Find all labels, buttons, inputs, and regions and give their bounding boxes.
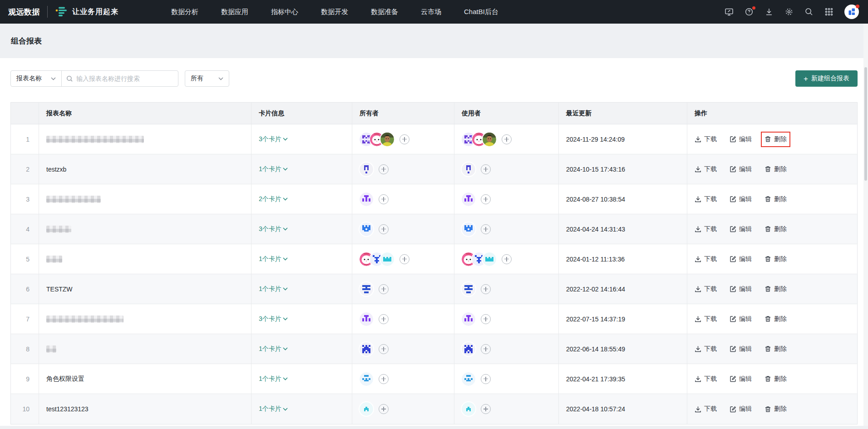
add-user-button[interactable] bbox=[481, 404, 491, 414]
scrollbar-thumb[interactable] bbox=[864, 67, 867, 181]
download-button[interactable]: 下载 bbox=[695, 195, 717, 203]
add-owner-button[interactable] bbox=[379, 314, 389, 324]
avatar-a6[interactable] bbox=[360, 282, 373, 296]
avatar-a3[interactable] bbox=[360, 192, 373, 206]
search-field-select[interactable]: 报表名称 bbox=[11, 71, 62, 86]
avatar-a4[interactable] bbox=[360, 222, 373, 236]
delete-button[interactable]: 删除 bbox=[764, 345, 787, 353]
edit-button[interactable]: 编辑 bbox=[730, 375, 752, 383]
cards-dropdown[interactable]: 3个卡片 bbox=[259, 225, 288, 233]
delete-button[interactable]: 删除 bbox=[764, 375, 787, 383]
avatar-a2[interactable] bbox=[360, 163, 373, 176]
delete-button[interactable]: 删除 bbox=[764, 315, 787, 323]
download-button[interactable]: 下载 bbox=[695, 135, 717, 143]
download-button[interactable]: 下载 bbox=[695, 285, 717, 293]
edit-button[interactable]: 编辑 bbox=[730, 405, 752, 413]
delete-button[interactable]: 删除 bbox=[764, 405, 787, 413]
user-avatar[interactable] bbox=[844, 5, 859, 19]
edit-button[interactable]: 编辑 bbox=[730, 225, 752, 233]
avatar-a9[interactable] bbox=[360, 372, 373, 386]
avatar-a10[interactable] bbox=[360, 402, 373, 416]
help-icon[interactable] bbox=[745, 7, 754, 16]
delete-button[interactable]: 删除 bbox=[764, 195, 787, 203]
nav-item-data-analysis[interactable]: 数据分析 bbox=[171, 8, 198, 16]
cards-dropdown[interactable]: 1个卡片 bbox=[259, 405, 288, 413]
edit-button[interactable]: 编辑 bbox=[730, 165, 752, 173]
cards-dropdown[interactable]: 2个卡片 bbox=[259, 195, 288, 203]
nav-item-data-apps[interactable]: 数据应用 bbox=[221, 8, 248, 16]
avatar-a6[interactable] bbox=[462, 282, 475, 296]
scope-select[interactable]: 所有 bbox=[185, 70, 229, 87]
avatar-a5c[interactable] bbox=[483, 252, 496, 266]
settings-gear-icon[interactable] bbox=[784, 7, 794, 16]
add-owner-button[interactable] bbox=[379, 344, 389, 354]
nav-item-data-prep[interactable]: 数据准备 bbox=[371, 8, 398, 16]
download-button[interactable]: 下载 bbox=[695, 405, 717, 413]
download-button[interactable]: 下载 bbox=[695, 375, 717, 383]
add-user-button[interactable] bbox=[481, 314, 491, 324]
nav-item-data-dev[interactable]: 数据开发 bbox=[321, 8, 348, 16]
edit-button[interactable]: 编辑 bbox=[730, 135, 752, 143]
edit-button[interactable]: 编辑 bbox=[730, 315, 752, 323]
delete-button[interactable]: 删除 bbox=[764, 225, 787, 233]
add-owner-button[interactable] bbox=[379, 374, 389, 384]
download-button[interactable]: 下载 bbox=[695, 165, 717, 173]
nav-item-chatbi-admin[interactable]: ChatBI后台 bbox=[464, 8, 498, 16]
updated-cell: 2022-12-02 14:16:44 bbox=[559, 274, 687, 304]
add-user-button[interactable] bbox=[481, 194, 491, 204]
add-user-button[interactable] bbox=[481, 284, 491, 294]
avatar-a5c[interactable] bbox=[380, 252, 394, 266]
cards-dropdown[interactable]: 3个卡片 bbox=[259, 135, 288, 143]
avatar-a8[interactable] bbox=[360, 342, 373, 356]
edit-button[interactable]: 编辑 bbox=[730, 345, 752, 353]
download-center-icon[interactable] bbox=[764, 7, 774, 16]
avatar-a10[interactable] bbox=[462, 402, 475, 416]
download-button[interactable]: 下载 bbox=[695, 225, 717, 233]
delete-button[interactable]: 删除 bbox=[764, 165, 787, 173]
add-user-button[interactable] bbox=[481, 164, 491, 174]
search-icon[interactable] bbox=[804, 7, 814, 16]
avatar-a2[interactable] bbox=[462, 163, 475, 176]
download-button[interactable]: 下载 bbox=[695, 345, 717, 353]
avatar-man[interactable] bbox=[380, 133, 394, 146]
cards-dropdown[interactable]: 1个卡片 bbox=[259, 285, 288, 293]
apps-grid-icon[interactable] bbox=[824, 7, 833, 16]
cards-dropdown[interactable]: 1个卡片 bbox=[259, 255, 288, 263]
add-owner-button[interactable] bbox=[379, 224, 389, 234]
download-button[interactable]: 下载 bbox=[695, 315, 717, 323]
add-user-button[interactable] bbox=[481, 374, 491, 384]
avatar-a8[interactable] bbox=[462, 342, 475, 356]
delete-button[interactable]: 删除 bbox=[764, 255, 787, 263]
avatar-a3[interactable] bbox=[462, 312, 475, 326]
screen-share-icon[interactable] bbox=[725, 7, 734, 16]
download-button[interactable]: 下载 bbox=[695, 255, 717, 263]
add-owner-button[interactable] bbox=[379, 164, 389, 174]
add-user-button[interactable] bbox=[481, 344, 491, 354]
cards-dropdown[interactable]: 1个卡片 bbox=[259, 345, 288, 353]
cards-dropdown[interactable]: 3个卡片 bbox=[259, 315, 288, 323]
cards-dropdown[interactable]: 1个卡片 bbox=[259, 165, 288, 173]
search-input[interactable] bbox=[76, 75, 173, 82]
avatar-a3[interactable] bbox=[360, 312, 373, 326]
avatar-a4[interactable] bbox=[462, 222, 475, 236]
edit-button[interactable]: 编辑 bbox=[730, 285, 752, 293]
add-user-button[interactable] bbox=[502, 254, 512, 264]
edit-button[interactable]: 编辑 bbox=[730, 195, 752, 203]
nav-item-cloud-market[interactable]: 云市场 bbox=[421, 8, 441, 16]
cards-dropdown[interactable]: 1个卡片 bbox=[259, 375, 288, 383]
avatar-man[interactable] bbox=[483, 133, 496, 146]
add-owner-button[interactable] bbox=[379, 284, 389, 294]
add-owner-button[interactable] bbox=[399, 134, 409, 144]
add-owner-button[interactable] bbox=[379, 404, 389, 414]
avatar-a9[interactable] bbox=[462, 372, 475, 386]
delete-button[interactable]: 删除 bbox=[764, 285, 787, 293]
edit-button[interactable]: 编辑 bbox=[730, 255, 752, 263]
add-user-button[interactable] bbox=[481, 224, 491, 234]
add-user-button[interactable] bbox=[502, 134, 512, 144]
avatar-a3[interactable] bbox=[462, 192, 475, 206]
delete-button[interactable]: 删除 bbox=[764, 135, 787, 143]
add-owner-button[interactable] bbox=[379, 194, 389, 204]
add-owner-button[interactable] bbox=[399, 254, 409, 264]
nav-item-metric-center[interactable]: 指标中心 bbox=[271, 8, 298, 16]
create-report-button[interactable]: + 新建组合报表 bbox=[795, 70, 858, 87]
